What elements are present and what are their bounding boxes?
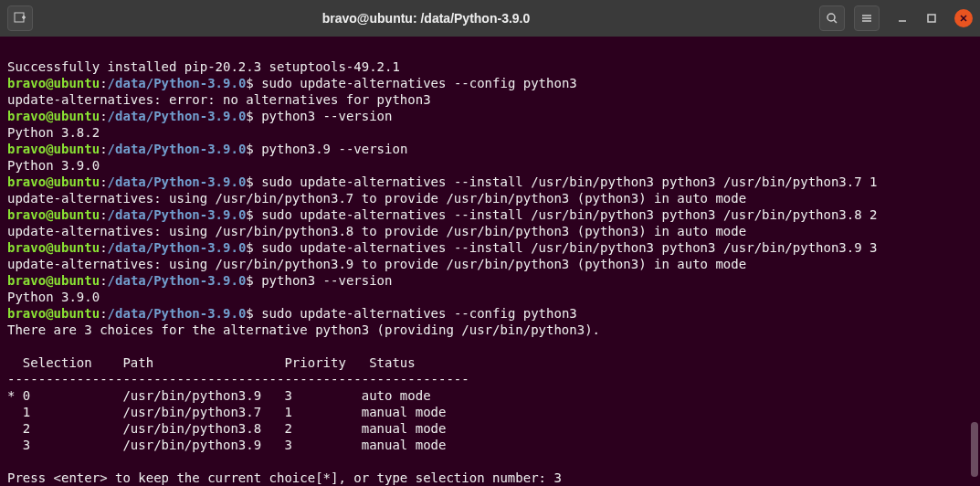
minimize-button[interactable]	[896, 12, 909, 25]
prompt-user: bravo@ubuntu	[7, 142, 100, 156]
svg-rect-9	[928, 15, 935, 22]
prompt-path: /data/Python-3.9.0	[108, 306, 247, 321]
table-separator: ----------------------------------------…	[7, 372, 469, 386]
menu-button[interactable]	[854, 5, 880, 31]
command: sudo update-alternatives --config python…	[261, 76, 577, 90]
prompt-user: bravo@ubuntu	[7, 273, 100, 288]
table-row: 3 /usr/bin/python3.9 3 manual mode	[7, 438, 446, 452]
minimize-icon	[897, 13, 908, 24]
maximize-button[interactable]	[925, 12, 938, 25]
titlebar-left	[7, 5, 33, 31]
prompt-user: bravo@ubuntu	[7, 306, 100, 321]
search-icon	[826, 12, 838, 25]
output-line: update-alternatives: using /usr/bin/pyth…	[7, 257, 746, 271]
command: sudo update-alternatives --install /usr/…	[261, 240, 877, 255]
output-line: Python 3.9.0	[7, 158, 100, 173]
table-row: 2 /usr/bin/python3.8 2 manual mode	[7, 421, 446, 436]
output-line: There are 3 choices for the alternative …	[7, 322, 600, 337]
output-line: Successfully installed pip-20.2.3 setupt…	[7, 59, 400, 74]
command: python3.9 --version	[261, 142, 407, 156]
command: python3 --version	[261, 273, 392, 288]
terminal-content[interactable]: Successfully installed pip-20.2.3 setupt…	[0, 37, 980, 486]
prompt-user: bravo@ubuntu	[7, 240, 100, 255]
svg-point-3	[827, 14, 835, 21]
close-icon	[959, 14, 968, 23]
table-header: Selection Path Priority Status	[7, 355, 416, 370]
table-row: * 0 /usr/bin/python3.9 3 auto mode	[7, 388, 431, 403]
prompt-selection: Press <enter> to keep the current choice…	[7, 470, 562, 485]
window-controls	[896, 9, 973, 27]
command: sudo update-alternatives --install /usr/…	[261, 174, 877, 189]
command: python3 --version	[261, 109, 392, 123]
output-line: update-alternatives: using /usr/bin/pyth…	[7, 191, 746, 206]
prompt-path: /data/Python-3.9.0	[108, 273, 247, 288]
output-line: Python 3.8.2	[7, 125, 100, 140]
add-tab-icon	[14, 12, 26, 25]
command: sudo update-alternatives --install /usr/…	[261, 207, 877, 222]
maximize-icon	[926, 13, 937, 24]
hamburger-icon	[860, 12, 873, 25]
output-line: update-alternatives: using /usr/bin/pyth…	[7, 224, 746, 238]
command: sudo update-alternatives --config python…	[261, 306, 577, 321]
prompt-user: bravo@ubuntu	[7, 109, 100, 123]
titlebar: bravo@ubuntu: /data/Python-3.9.0	[0, 0, 980, 37]
titlebar-right	[819, 5, 973, 31]
new-tab-button[interactable]	[7, 5, 33, 31]
prompt-path: /data/Python-3.9.0	[108, 240, 247, 255]
close-button[interactable]	[954, 9, 973, 27]
prompt-user: bravo@ubuntu	[7, 174, 100, 189]
prompt-user: bravo@ubuntu	[7, 76, 100, 90]
prompt-path: /data/Python-3.9.0	[108, 142, 247, 156]
prompt-path: /data/Python-3.9.0	[108, 109, 247, 123]
search-button[interactable]	[819, 5, 845, 31]
table-row: 1 /usr/bin/python3.7 1 manual mode	[7, 405, 446, 419]
output-line: update-alternatives: error: no alternati…	[7, 92, 431, 107]
scrollbar[interactable]	[971, 422, 978, 477]
output-line: Python 3.9.0	[7, 290, 100, 304]
svg-line-4	[834, 20, 837, 23]
prompt-path: /data/Python-3.9.0	[108, 207, 247, 222]
window-title: bravo@ubuntu: /data/Python-3.9.0	[33, 11, 819, 26]
prompt-user: bravo@ubuntu	[7, 207, 100, 222]
prompt-path: /data/Python-3.9.0	[108, 174, 247, 189]
prompt-path: /data/Python-3.9.0	[108, 76, 247, 90]
